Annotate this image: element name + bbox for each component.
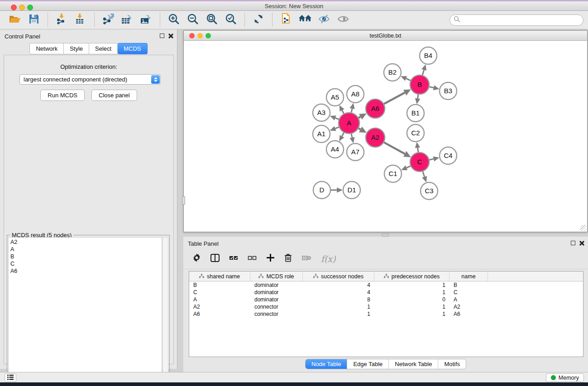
edge-A2-C[interactable] xyxy=(384,143,405,154)
table-cell[interactable]: B xyxy=(449,281,488,289)
result-item[interactable]: B xyxy=(10,253,160,260)
table-cell[interactable]: dominator xyxy=(250,296,303,303)
float-panel-icon[interactable] xyxy=(160,33,164,38)
close-panel-button[interactable]: Close panel xyxy=(91,90,137,101)
table-cell[interactable]: A2 xyxy=(189,303,250,310)
run-mcds-button[interactable]: Run MCDS xyxy=(40,90,85,101)
open-session-button[interactable] xyxy=(7,13,23,27)
result-item[interactable]: A2 xyxy=(10,238,160,246)
search-input[interactable] xyxy=(449,14,583,26)
edge-B-B4[interactable] xyxy=(422,70,424,75)
tab-style[interactable]: Style xyxy=(64,43,89,54)
deselect-all-button[interactable] xyxy=(248,255,257,263)
optimization-criterion-select[interactable]: largest connected component (directed) xyxy=(19,74,161,85)
zoom-out-button[interactable] xyxy=(185,13,201,27)
table-settings-button[interactable] xyxy=(192,253,201,264)
add-column-button[interactable] xyxy=(266,253,275,264)
table-row[interactable]: A6connector11A6 xyxy=(189,310,583,318)
table-cell[interactable]: 1 xyxy=(303,303,374,310)
close-panel-icon[interactable] xyxy=(168,33,173,38)
table-cell[interactable]: 1 xyxy=(374,289,449,296)
float-table-panel-icon[interactable] xyxy=(571,241,575,245)
tab-network[interactable]: Network xyxy=(29,43,64,54)
table-cell[interactable]: A2 xyxy=(449,303,488,310)
edge-C-C3[interactable] xyxy=(423,172,425,177)
tab-mcds[interactable]: MCDS xyxy=(118,43,147,54)
edge-C-C4[interactable] xyxy=(429,159,434,160)
edge-A-A8[interactable] xyxy=(351,109,352,113)
edge-C-C1[interactable] xyxy=(406,166,411,168)
table-cell[interactable]: connector xyxy=(250,310,303,318)
table-row[interactable]: Cdominator41C xyxy=(189,289,583,296)
table-cell[interactable]: 1 xyxy=(303,310,374,318)
export-table-button[interactable] xyxy=(119,13,135,27)
table-cell[interactable]: C xyxy=(189,289,250,296)
table-cell[interactable]: A6 xyxy=(449,310,488,318)
edge-A-A2[interactable] xyxy=(359,129,360,129)
edge-A-A1[interactable] xyxy=(335,127,339,129)
table-cell[interactable]: 0 xyxy=(374,296,449,303)
result-scrollbar[interactable] xyxy=(163,237,168,386)
column-header-name[interactable]: name xyxy=(449,272,488,281)
export-network-button[interactable] xyxy=(100,13,116,27)
column-header-successor-nodes[interactable]: successor nodes xyxy=(303,272,374,281)
tab-network-table[interactable]: Network Table xyxy=(388,359,438,369)
table-cell[interactable]: C xyxy=(449,289,488,296)
result-item[interactable]: A xyxy=(10,246,160,253)
table-row[interactable]: Bdominator41B xyxy=(189,281,583,289)
edge-B-B3[interactable] xyxy=(429,87,434,88)
export-image-button[interactable] xyxy=(138,13,154,27)
save-session-button[interactable] xyxy=(26,13,42,27)
resize-grip-icon[interactable] xyxy=(580,225,586,231)
tab-select[interactable]: Select xyxy=(89,43,118,54)
duplicate-network-button[interactable] xyxy=(278,13,294,27)
edge-B-B2[interactable] xyxy=(406,78,411,81)
network-canvas[interactable]: B4B2BB3A8A5A6A3B1AA1C2A2A4A7C4CC1DD1C3 xyxy=(184,41,587,232)
tab-node-table[interactable]: Node Table xyxy=(306,359,347,369)
edge-A-A6[interactable] xyxy=(359,117,360,118)
table-cell[interactable]: A xyxy=(189,296,250,303)
edge-A-A3[interactable] xyxy=(335,118,339,119)
zoom-selected-button[interactable] xyxy=(223,13,239,27)
table-cell[interactable]: 1 xyxy=(374,303,449,310)
edge-A-A5[interactable] xyxy=(342,110,344,114)
edge-C-C2[interactable] xyxy=(418,148,418,152)
function-builder-button[interactable]: f(x) xyxy=(321,254,336,264)
show-columns-button[interactable] xyxy=(210,254,220,264)
table-cell[interactable]: dominator xyxy=(250,281,303,289)
zoom-fit-button[interactable] xyxy=(204,13,220,27)
import-network-button[interactable] xyxy=(53,13,70,27)
show-task-history-button[interactable] xyxy=(5,373,16,382)
table-cell[interactable]: dominator xyxy=(250,289,303,296)
tab-edge-table[interactable]: Edge Table xyxy=(347,359,388,369)
table-row[interactable]: A2connector11A2 xyxy=(189,303,583,310)
edge-A-A7[interactable] xyxy=(351,133,352,138)
refresh-button[interactable] xyxy=(250,13,267,27)
edge-A-A4[interactable] xyxy=(342,133,344,136)
table-cell[interactable]: A6 xyxy=(189,310,250,318)
table-cell[interactable]: 4 xyxy=(303,289,374,296)
result-item[interactable]: C xyxy=(10,260,160,267)
table-cell[interactable]: B xyxy=(189,281,250,289)
network-window-titlebar[interactable]: testGlobe.txt xyxy=(184,31,587,41)
edge-A6-B[interactable] xyxy=(384,93,405,104)
hide-selected-button[interactable] xyxy=(316,13,332,27)
splitter-handle[interactable] xyxy=(182,196,185,205)
node-table[interactable]: shared nameMCDS rolesuccessor nodesprede… xyxy=(189,271,583,357)
table-row[interactable]: Adominator80A xyxy=(189,296,583,303)
network-graph[interactable]: B4B2BB3A8A5A6A3B1AA1C2A2A4A7C4CC1DD1C3 xyxy=(184,41,587,232)
show-eye-button[interactable] xyxy=(335,13,351,27)
column-header-MCDS-role[interactable]: MCDS role xyxy=(250,272,303,281)
result-item[interactable]: A6 xyxy=(10,267,160,275)
import-table-button[interactable] xyxy=(72,13,89,27)
two-houses-button[interactable] xyxy=(297,13,313,27)
select-all-button[interactable] xyxy=(229,255,238,263)
column-header-predecessor-nodes[interactable]: predecessor nodes xyxy=(374,272,449,281)
table-cell[interactable]: 1 xyxy=(374,281,449,289)
edge-B-B1[interactable] xyxy=(418,95,418,99)
tab-motifs[interactable]: Motifs xyxy=(438,359,466,369)
delete-table-button[interactable] xyxy=(301,254,311,263)
delete-column-button[interactable] xyxy=(284,253,292,264)
memory-button[interactable]: Memory xyxy=(546,373,584,382)
table-cell[interactable]: connector xyxy=(250,303,303,310)
